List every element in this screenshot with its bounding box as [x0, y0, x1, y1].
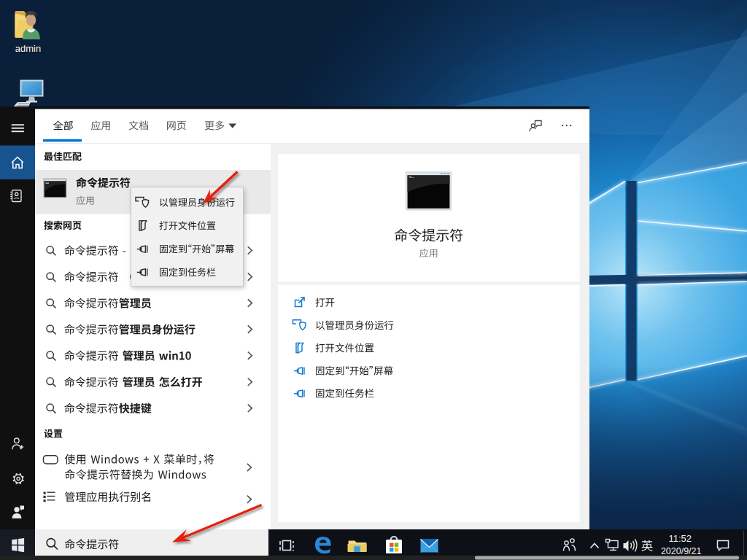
- svg-text:11:52: 11:52: [668, 533, 692, 544]
- svg-text:admin: admin: [15, 43, 41, 54]
- svg-text:2020/9/21: 2020/9/21: [661, 546, 702, 556]
